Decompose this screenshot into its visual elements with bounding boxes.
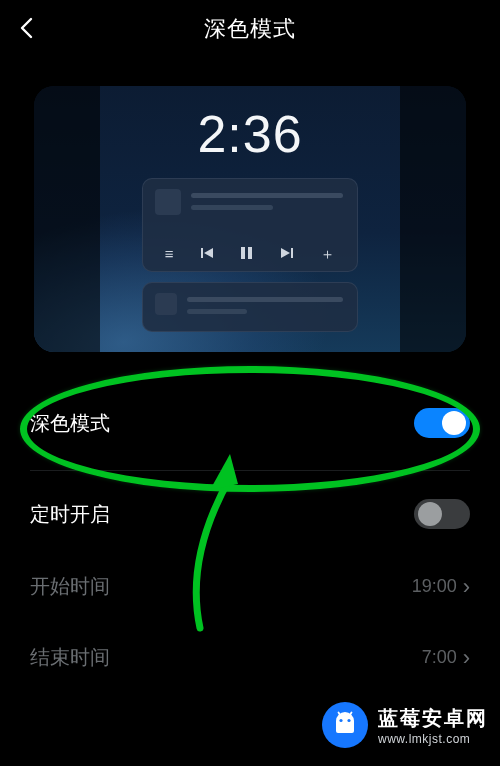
toggle-knob <box>418 502 442 526</box>
plus-icon: ＋ <box>320 246 335 261</box>
preview-media-title-line <box>191 193 343 198</box>
preview-notification-card <box>142 282 358 332</box>
watermark-url: www.lmkjst.com <box>378 732 488 746</box>
preview-notification-title-line <box>187 297 343 302</box>
svg-point-8 <box>347 719 350 722</box>
chevron-right-icon: › <box>463 574 470 600</box>
watermark-name: 蓝莓安卓网 <box>378 705 488 732</box>
row-end-time[interactable]: 结束时间 7:00 › <box>0 622 500 693</box>
row-schedule-label: 定时开启 <box>30 501 110 528</box>
watermark: 蓝莓安卓网 www.lmkjst.com <box>322 702 488 748</box>
media-next-icon <box>280 246 293 261</box>
chevron-left-icon <box>18 16 36 40</box>
row-start-time-value: 19:00 <box>412 576 457 597</box>
row-start-time-label: 开始时间 <box>30 573 110 600</box>
svg-marker-4 <box>281 248 290 258</box>
toggle-knob <box>442 411 466 435</box>
back-button[interactable] <box>18 16 36 44</box>
preview-clock: 2:36 <box>34 104 466 164</box>
preview-notification-subtitle-line <box>187 309 247 314</box>
row-end-time-value: 7:00 <box>422 647 457 668</box>
chevron-right-icon: › <box>463 645 470 671</box>
darkmode-toggle[interactable] <box>414 408 470 438</box>
svg-rect-3 <box>248 247 252 259</box>
preview-media-card: ≡ ＋ <box>142 178 358 272</box>
svg-rect-2 <box>241 247 245 259</box>
darkmode-preview: 2:36 ≡ ＋ <box>34 86 466 352</box>
watermark-logo-icon <box>322 702 368 748</box>
preview-media-subtitle-line <box>191 205 273 210</box>
page-title: 深色模式 <box>0 14 500 44</box>
preview-media-thumb <box>155 189 181 215</box>
row-darkmode-label: 深色模式 <box>30 410 110 437</box>
row-schedule: 定时开启 <box>0 477 500 551</box>
row-darkmode: 深色模式 <box>0 386 500 460</box>
preview-notification-thumb <box>155 293 177 315</box>
svg-marker-1 <box>204 248 213 258</box>
svg-rect-0 <box>201 248 203 258</box>
divider <box>30 470 470 471</box>
svg-point-7 <box>339 719 342 722</box>
svg-rect-5 <box>291 248 293 258</box>
menu-icon: ≡ <box>165 246 174 261</box>
schedule-toggle[interactable] <box>414 499 470 529</box>
row-start-time[interactable]: 开始时间 19:00 › <box>0 551 500 622</box>
row-end-time-label: 结束时间 <box>30 644 110 671</box>
media-prev-icon <box>201 247 214 261</box>
media-pause-icon <box>241 246 252 261</box>
